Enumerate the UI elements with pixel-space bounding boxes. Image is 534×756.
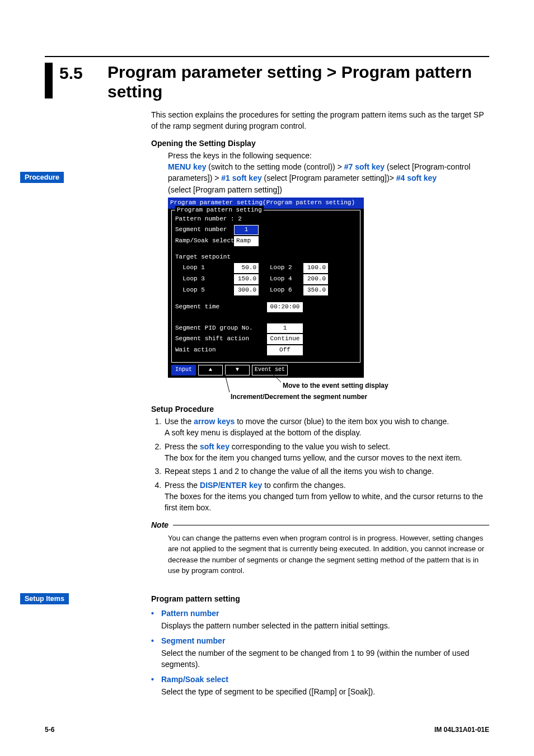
loop5-value[interactable]: 300.0 [234, 285, 259, 295]
opening-display-head: Opening the Setting Display [151, 138, 489, 149]
loop6-label: Loop 6 [270, 286, 303, 295]
item-pattern-number: Pattern number [161, 608, 489, 619]
callout-segment-number: Increment/Decrement the segment number [231, 392, 367, 402]
panel-title: Program pattern setting [175, 206, 264, 215]
section-marker-bar [45, 63, 53, 98]
target-sp-label: Target setpoint [175, 253, 231, 262]
loop1-value[interactable]: 50.0 [234, 263, 259, 273]
loop4-label: Loop 4 [270, 275, 303, 284]
rampsoak-value[interactable]: Ramp [234, 236, 259, 246]
rampsoak-label: Ramp/Soak select [175, 237, 234, 246]
soft-key: soft key [200, 442, 229, 451]
loop2-value[interactable]: 100.0 [303, 263, 328, 273]
callout-event-set: Move to the event setting display [283, 381, 388, 391]
wait-action-label: Wait action [175, 346, 259, 355]
items-head: Program pattern setting [151, 593, 489, 604]
step-4: Press the DISP/ENTER key to confirm the … [163, 480, 489, 514]
step-3: Repeat steps 1 and 2 to change the value… [163, 466, 489, 477]
note-head: Note [151, 519, 168, 530]
menu-key: MENU key [168, 162, 206, 171]
key-sequence: MENU key (switch to the setting mode (co… [168, 161, 489, 195]
loop2-label: Loop 2 [270, 264, 303, 273]
loop6-value[interactable]: 350.0 [303, 285, 328, 295]
bullet-dot: • [151, 608, 161, 619]
note-rule [173, 525, 489, 525]
item-segment-number: Segment number [161, 635, 489, 646]
note-body: You can change the patterns even when pr… [168, 533, 489, 576]
bullet-dot: • [151, 635, 161, 646]
device-screenshot: Program parameter setting(Program patter… [168, 198, 364, 378]
pid-group-value[interactable]: 1 [267, 323, 303, 334]
loop5-label: Loop 5 [175, 286, 234, 295]
section-intro: This section explains the procedures for… [151, 109, 489, 132]
shift-action-value[interactable]: Continue [267, 334, 303, 344]
soft-key-1: #1 soft key [221, 173, 261, 182]
page-number: 5-6 [45, 726, 54, 734]
item-rampsoak-select-desc: Select the type of segment to be specifi… [161, 686, 489, 697]
segment-number-value[interactable]: 1 [234, 225, 259, 235]
bullet-dot: • [151, 674, 161, 685]
seg-time-label: Segment time [175, 303, 254, 312]
callout-lines: Move to the event setting display Increm… [168, 378, 489, 411]
setup-items-tag: Setup Items [20, 593, 69, 604]
seg-time-value[interactable]: 00:20:00 [267, 302, 303, 312]
doc-id: IM 04L31A01-01E [434, 726, 489, 734]
segment-number-label: Segment number [175, 226, 234, 234]
svg-line-1 [225, 374, 229, 392]
step-1: Use the arrow keys to move the cursor (b… [163, 416, 489, 439]
loop4-value[interactable]: 200.0 [303, 274, 328, 284]
pattern-number-row: Pattern number : 2 [175, 215, 242, 224]
loop3-value[interactable]: 150.0 [234, 274, 259, 284]
svg-line-0 [273, 374, 281, 382]
wait-action-value[interactable]: Off [267, 345, 303, 355]
section-title: Program parameter setting > Program patt… [107, 63, 489, 101]
disp-enter-key: DISP/ENTER key [200, 481, 262, 490]
arrow-keys: arrow keys [194, 417, 235, 426]
loop1-label: Loop 1 [175, 264, 234, 273]
step-2: Press the soft key corresponding to the … [163, 441, 489, 464]
item-rampsoak-select: Ramp/Soak select [161, 674, 489, 685]
section-number: 5.5 [59, 63, 107, 83]
pid-group-label: Segment PID group No. [175, 324, 259, 333]
loop3-label: Loop 3 [175, 275, 234, 284]
soft-key-4: #4 soft key [396, 173, 437, 182]
item-segment-number-desc: Select the number of the segment to be c… [161, 647, 489, 670]
shift-action-label: Segment shift action [175, 335, 259, 344]
soft-key-7: #7 soft key [344, 162, 385, 171]
press-sequence: Press the keys in the following sequence… [168, 150, 489, 161]
procedure-tag: Procedure [20, 172, 64, 183]
item-pattern-number-desc: Displays the pattern number selected in … [161, 620, 489, 631]
